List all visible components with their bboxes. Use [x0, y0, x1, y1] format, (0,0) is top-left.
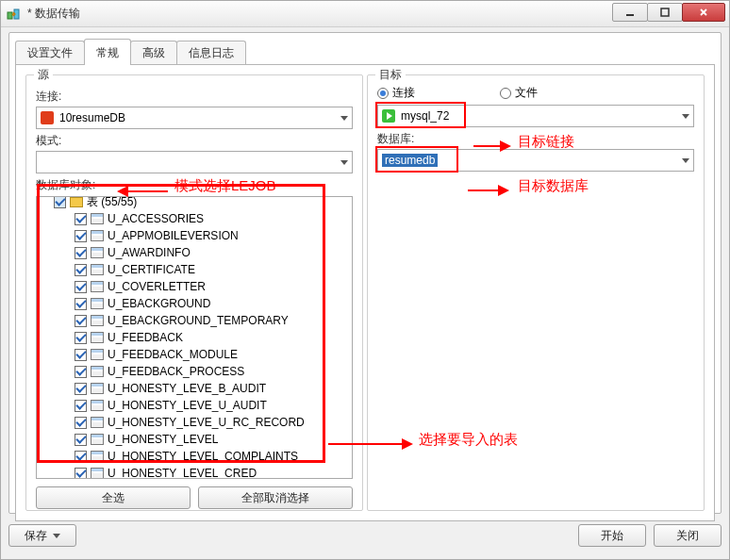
table-row[interactable]: U_FEEDBACK [37, 329, 352, 346]
table-name: U_HONESTY_LEVE_B_AUDIT [108, 382, 266, 395]
target-radio-conn[interactable]: 连接 [377, 85, 415, 101]
checkbox-icon[interactable] [75, 417, 87, 429]
tree-group-row[interactable]: 表 (55/55) [37, 196, 352, 210]
checkbox-icon[interactable] [75, 298, 87, 310]
table-icon [91, 349, 104, 360]
table-icon [91, 332, 104, 343]
save-button[interactable]: 保存 [8, 524, 76, 547]
source-mode-select-full[interactable]: LEJOB [36, 151, 353, 173]
radio-icon [377, 88, 389, 99]
checkbox-icon[interactable] [54, 196, 66, 208]
table-name: U_HONESTY_LEVEL [108, 433, 218, 446]
close-button[interactable] [682, 3, 725, 22]
table-row[interactable]: U_HONESTY_LEVE_B_AUDIT [37, 380, 352, 397]
select-all-button[interactable]: 全选 [36, 486, 191, 509]
anno-box-db [375, 146, 458, 173]
source-conn-select[interactable]: 10resumeDB [36, 107, 353, 129]
checkbox-icon[interactable] [75, 366, 87, 378]
table-row[interactable]: U_HONESTY_LEVE_U_AUDIT [37, 397, 352, 414]
table-icon [91, 383, 104, 394]
table-icon [91, 230, 104, 241]
table-row[interactable]: U_EBACKGROUND_TEMPORARY [37, 312, 352, 329]
checkbox-icon[interactable] [75, 264, 87, 276]
table-name: U_EBACKGROUND_TEMPORARY [108, 314, 289, 327]
table-row[interactable]: U_HONESTY_LEVE_U_RC_RECORD [37, 414, 352, 431]
svg-rect-2 [626, 14, 634, 16]
chevron-down-icon [53, 534, 60, 538]
table-name: U_HONESTY_LEVEL_COMPLAINTS [108, 450, 298, 463]
table-row[interactable]: U_FEEDBACK_MODULE [37, 346, 352, 363]
source-conn-label: 连接: [36, 89, 353, 105]
checkbox-icon[interactable] [75, 247, 87, 259]
titlebar[interactable]: * 数据传输 [1, 1, 729, 27]
anno-box-conn [375, 102, 466, 128]
table-name: U_APPMOBILEVERSION [108, 229, 239, 242]
close-dialog-button[interactable]: 关闭 [654, 524, 722, 547]
table-row[interactable]: U_HONESTY_LEVEL_CRED [37, 465, 352, 479]
start-button[interactable]: 开始 [578, 524, 646, 547]
table-row[interactable]: U_EBACKGROUND [37, 295, 352, 312]
table-row[interactable]: U_HONESTY_LEVEL_COMPLAINTS [37, 448, 352, 465]
chevron-down-icon [340, 160, 348, 165]
checkbox-icon[interactable] [75, 213, 87, 225]
checkbox-icon[interactable] [75, 383, 87, 395]
table-icon [91, 451, 104, 462]
minimize-button[interactable] [612, 3, 648, 22]
table-name: U_ACCESSORIES [108, 212, 204, 225]
chevron-down-icon [682, 114, 689, 119]
table-name: U_COVERLETTER [108, 280, 206, 293]
oracle-icon [41, 111, 54, 124]
folder-icon [70, 197, 83, 207]
checkbox-icon[interactable] [75, 434, 87, 446]
table-row[interactable]: U_FEEDBACK_PROCESS [37, 363, 352, 380]
tree-group-label: 表 (55/55) [87, 196, 137, 210]
table-name: U_AWARDINFO [108, 246, 191, 259]
tab-info-log[interactable]: 信息日志 [176, 41, 246, 65]
checkbox-icon[interactable] [75, 230, 87, 242]
deselect-all-button[interactable]: 全部取消选择 [198, 486, 353, 509]
tab-advanced[interactable]: 高级 [130, 41, 177, 65]
svg-rect-3 [661, 8, 669, 16]
tab-general[interactable]: 常规 [84, 39, 131, 65]
table-row[interactable]: U_HONESTY_LEVEL [37, 431, 352, 448]
window-controls [613, 3, 725, 22]
tabpage-general: 源 连接: 10resumeDB 模式: LEJOB [15, 64, 715, 521]
checkbox-icon[interactable] [75, 451, 87, 463]
checkbox-icon[interactable] [75, 332, 87, 344]
source-conn-value: 10resumeDB [59, 111, 125, 124]
source-objects-label: 数据库对象: [36, 177, 353, 193]
tab-settings-file[interactable]: 设置文件 [15, 41, 85, 65]
checkbox-icon[interactable] [75, 400, 87, 412]
checkbox-icon[interactable] [75, 349, 87, 361]
table-row[interactable]: U_CERTIFICATE [37, 261, 352, 278]
table-icon [91, 247, 104, 258]
table-name: U_FEEDBACK_PROCESS [108, 365, 244, 378]
target-radio-file[interactable]: 文件 [500, 85, 538, 101]
table-icon [91, 434, 104, 445]
table-row[interactable]: U_AWARDINFO [37, 244, 352, 261]
table-icon [91, 264, 104, 275]
app-icon [7, 7, 22, 22]
client-area: 设置文件 常规 高级 信息日志 源 连接: 10resumeDB [8, 32, 722, 514]
checkbox-icon[interactable] [75, 468, 87, 480]
maximize-button[interactable] [647, 3, 683, 22]
table-name: U_FEEDBACK [108, 331, 183, 344]
checkbox-icon[interactable] [75, 315, 87, 327]
table-icon [91, 315, 104, 326]
table-icon [91, 281, 104, 292]
table-row[interactable]: U_ACCESSORIES [37, 210, 352, 227]
table-icon [91, 417, 104, 428]
tabbar: 设置文件 常规 高级 信息日志 [15, 39, 715, 65]
window: * 数据传输 设置文件 常规 高级 信息日志 源 连接: [0, 0, 730, 560]
source-group: 源 连接: 10resumeDB 模式: LEJOB [25, 74, 363, 511]
table-icon [91, 366, 104, 377]
source-group-title: 源 [34, 67, 53, 83]
target-group-title: 目标 [375, 67, 406, 83]
checkbox-icon[interactable] [75, 281, 87, 293]
table-row[interactable]: U_APPMOBILEVERSION [37, 227, 352, 244]
table-name: U_HONESTY_LEVEL_CRED [108, 467, 257, 479]
table-row[interactable]: U_COVERLETTER [37, 278, 352, 295]
radio-icon [500, 88, 511, 99]
source-table-tree[interactable]: 表 (55/55) U_ACCESSORIESU_APPMOBILEVERSIO… [36, 196, 353, 479]
table-icon [91, 468, 104, 479]
